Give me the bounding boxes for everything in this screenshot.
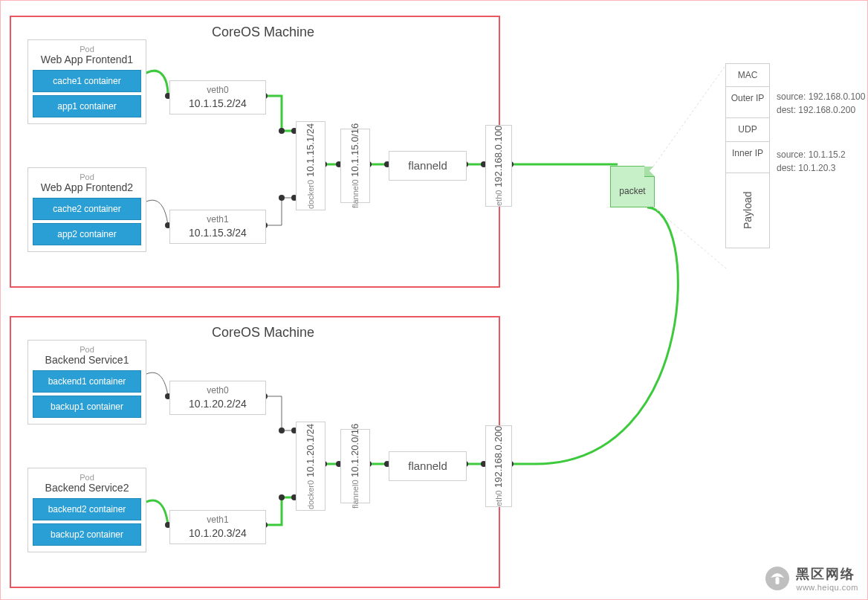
veth-label: veth1: [207, 213, 228, 225]
pod-label: Pod: [33, 45, 141, 54]
veth-ip: 10.1.20.3/24: [189, 526, 247, 541]
watermark-title: 黑区网络: [796, 565, 858, 583]
container-box: backup2 container: [33, 523, 141, 546]
container-box: app1 container: [33, 95, 141, 117]
flanneld-box: flanneld: [389, 451, 467, 481]
outer-ip-annotation: source: 192.168.0.100 dest: 192.168.0.20…: [777, 90, 865, 117]
packet-headers-table: MAC Outer IP UDP Inner IP Payload: [725, 63, 770, 248]
container-box: backup1 container: [33, 396, 141, 418]
pod-web-frontend1: Pod Web App Frontend1 cache1 container a…: [27, 39, 146, 124]
machine-title: CoreOS Machine: [212, 25, 314, 40]
veth-label: veth0: [207, 384, 228, 396]
inner-ip-annotation: source: 10.1.15.2 dest: 10.1.20.3: [777, 148, 846, 175]
watermark: 黑区网络 www.heiqu.com: [765, 565, 858, 592]
watermark-url: www.heiqu.com: [796, 583, 858, 592]
packet-layer-outer-ip: Outer IP: [726, 87, 769, 118]
packet-layer-mac: MAC: [726, 64, 769, 87]
docker0-box: docker0 10.1.20.1/24: [296, 422, 326, 511]
veth-label: veth0: [207, 84, 228, 96]
container-box: backend1 container: [33, 370, 141, 393]
container-box: backend2 container: [33, 498, 141, 520]
veth1-box: veth1 10.1.15.3/24: [169, 210, 266, 244]
pod-name: Backend Service1: [33, 354, 141, 366]
veth1-box: veth1 10.1.20.3/24: [169, 510, 266, 544]
veth-label: veth1: [207, 514, 228, 526]
veth-ip: 10.1.15.3/24: [189, 226, 247, 240]
pod-backend-service2: Pod Backend Service2 backend2 container …: [27, 468, 146, 552]
container-box: cache2 container: [33, 198, 141, 220]
packet-layer-inner-ip: Inner IP: [726, 142, 769, 173]
packet-icon: packet: [610, 166, 655, 207]
packet-layer-udp: UDP: [726, 118, 769, 141]
veth-ip: 10.1.15.2/24: [189, 97, 247, 111]
machine-2: CoreOS Machine Pod Backend Service1 back…: [10, 316, 500, 588]
svg-rect-3: [776, 577, 780, 584]
packet-layer-payload: Payload: [742, 173, 754, 248]
eth0-box: eth0 192.168.0.100: [485, 125, 512, 207]
flannel0-box: flannel0 10.1.15.0/16: [340, 129, 370, 203]
veth0-box: veth0 10.1.15.2/24: [169, 80, 266, 114]
veth-ip: 10.1.20.2/24: [189, 397, 247, 411]
eth0-box: eth0 192.168.0.200: [485, 425, 512, 507]
svg-line-0: [653, 65, 726, 167]
docker0-box: docker0 10.1.15.1/24: [296, 121, 326, 210]
pod-label: Pod: [33, 345, 141, 354]
container-box: cache1 container: [33, 70, 141, 92]
pod-web-frontend2: Pod Web App Frontend2 cache2 container a…: [27, 167, 146, 252]
machine-1: CoreOS Machine Pod Web App Frontend1 cac…: [10, 16, 500, 288]
flanneld-box: flanneld: [389, 151, 467, 181]
pod-label: Pod: [33, 473, 141, 482]
pod-name: Backend Service2: [33, 482, 141, 494]
pod-name: Web App Frontend1: [33, 54, 141, 65]
flannel0-box: flannel0 10.1.20.0/16: [340, 429, 370, 503]
pod-label: Pod: [33, 172, 141, 181]
container-box: app2 container: [33, 223, 141, 245]
machine-title: CoreOS Machine: [212, 325, 314, 341]
mushroom-icon: [765, 566, 790, 591]
pod-backend-service1: Pod Backend Service1 backend1 container …: [27, 340, 146, 425]
pod-name: Web App Frontend2: [33, 181, 141, 193]
svg-line-1: [653, 207, 726, 268]
veth0-box: veth0 10.1.20.2/24: [169, 381, 266, 415]
